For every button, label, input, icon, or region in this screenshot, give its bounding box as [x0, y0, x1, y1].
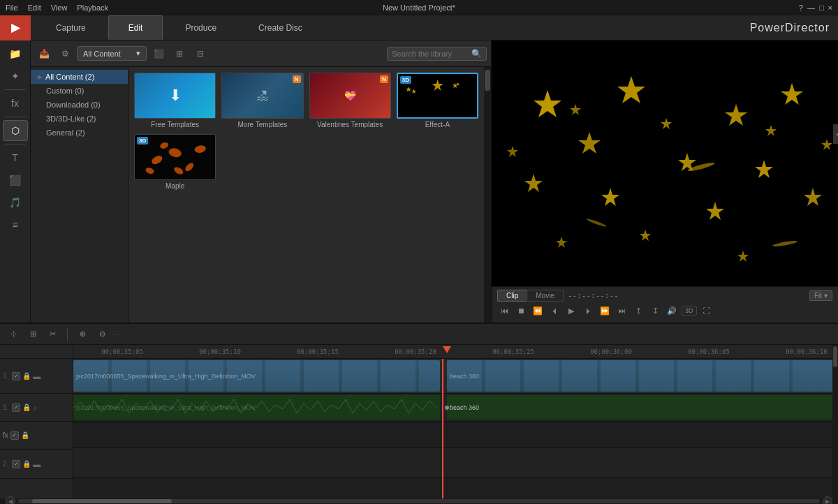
tree-item-3d[interactable]: 3D/3D-Like (2) [31, 112, 128, 126]
fit-dropdown[interactable]: Fit ▾ [809, 290, 832, 301]
preview-controls: Clip Movie --:--:--:-- Fit ▾ ⏮ ⏹ ⏪ ⏴ ▶ ⏵… [492, 286, 838, 323]
svg-rect-49 [485, 360, 520, 392]
menu-playback[interactable]: Playback [77, 3, 108, 12]
sidebar-icon-titles[interactable]: T [3, 147, 28, 168]
maximize-button[interactable]: □ [819, 3, 824, 12]
menu-view[interactable]: View [51, 3, 68, 12]
3d-mode-badge[interactable]: 3D [682, 306, 697, 316]
tab-movie[interactable]: Movie [527, 290, 564, 302]
tree-item-all-content[interactable]: ▶ All Content (2) [31, 70, 128, 84]
mark-out-button[interactable]: ↧ [648, 304, 662, 317]
stop-button[interactable]: ⏹ [514, 304, 528, 317]
ruler-time-2: 00;00;35;15 [297, 348, 339, 355]
svg-rect-52 [601, 360, 635, 392]
menu-edit[interactable]: Edit [28, 3, 41, 12]
video-clip-1[interactable]: jsc2017m000655_Spacewalking_in_Ultra_Hig… [73, 360, 440, 392]
project-title: New Untitled Project* [383, 3, 455, 12]
thumb-free-templates[interactable]: ⬇ Free Templates [134, 73, 216, 128]
tl-zoom-in-button[interactable]: ⊕ [75, 327, 90, 342]
panel-tool-btn-3[interactable]: ⊟ [191, 45, 210, 63]
thumb-more-templates[interactable]: N More Templates [221, 73, 303, 128]
ruler-time-5: 00;00;36;00 [590, 348, 632, 355]
sidebar-icon-transitions[interactable]: ⬛ [3, 170, 28, 191]
sort-button[interactable]: ⚙ [56, 45, 74, 63]
play-button[interactable]: ▶ [564, 304, 578, 317]
preview-pane: Clip Movie --:--:--:-- Fit ▾ ⏮ ⏹ ⏪ ⏴ ▶ ⏵… [492, 40, 838, 323]
tree-item-general[interactable]: General (2) [31, 126, 128, 140]
title-bar: File Edit View Playback New Untitled Pro… [0, 0, 838, 15]
sidebar-icon-particles[interactable]: ⬡ [3, 120, 28, 141]
tab-create-disc[interactable]: Create Disc [239, 15, 322, 40]
fast-forward-button[interactable]: ⏩ [598, 304, 612, 317]
thumb-maple[interactable]: 3D Maple [134, 134, 216, 190]
clip-join-marker [445, 394, 449, 421]
audio-track-1: jsc2017m000655_Spacewalking_in_Ultra_Hig… [73, 394, 832, 422]
menu-file[interactable]: File [6, 3, 18, 12]
track-check-1[interactable]: ✓ [12, 372, 20, 380]
play-last-button[interactable]: ⏭ [615, 304, 628, 317]
tl-ripple-button[interactable]: ⊞ [25, 327, 41, 342]
right-scroll-thumb[interactable] [833, 346, 837, 367]
track-check-fx[interactable]: ✓ [10, 431, 19, 440]
search-input[interactable] [392, 50, 469, 58]
preview-visual [492, 40, 838, 286]
sidebar-icon-subtitles[interactable]: ≡ [3, 214, 28, 235]
track-lock-1[interactable]: 🔒 [22, 372, 31, 380]
close-button[interactable]: × [828, 3, 832, 12]
help-button[interactable]: ? [799, 3, 803, 12]
play-first-button[interactable]: ⏮ [497, 304, 511, 317]
sidebar-divider-2 [5, 117, 26, 117]
track-lock-fx[interactable]: 🔒 [21, 431, 29, 439]
ruler-time-1: 00;00;35;10 [199, 348, 241, 355]
tl-zoom-out-button[interactable]: ⊖ [94, 327, 110, 342]
panel-tool-btn-1[interactable]: ⬛ [149, 45, 168, 63]
tab-capture[interactable]: Capture [36, 15, 105, 40]
bottom-scrollbar[interactable]: ◀ ▶ [0, 498, 838, 504]
tab-produce[interactable]: Produce [166, 15, 236, 40]
right-scrollbar[interactable] [832, 345, 838, 498]
track-lock-1a[interactable]: 🔒 [22, 403, 31, 411]
clip-movie-tabs: Clip Movie [497, 290, 564, 302]
track-check-2[interactable]: ✓ [12, 460, 20, 468]
thumb-valentines[interactable]: 💝 N Valentines Templates [309, 73, 391, 128]
rewind-button[interactable]: ⏪ [531, 304, 545, 317]
content-filter-dropdown[interactable]: All Content ▾ [77, 46, 147, 61]
tree-item-downloaded[interactable]: Downloaded (0) [31, 98, 128, 112]
thumbnails-scrollbar[interactable] [484, 67, 491, 323]
track-lock-2[interactable]: 🔒 [22, 460, 31, 468]
scroll-bar-thumb[interactable] [32, 499, 172, 503]
track-num-1: 1. [3, 372, 8, 380]
menu-bar: File Edit View Playback [6, 3, 108, 12]
video-track-1: jsc2017m000655_Spacewalking_in_Ultra_Hig… [73, 359, 832, 394]
app-title: PowerDirector [750, 22, 830, 34]
panel-tool-btn-2[interactable]: ⊞ [170, 45, 189, 63]
sidebar-icon-fx[interactable]: fx [3, 93, 28, 114]
audio-clip-2[interactable]: beach 360 [447, 395, 832, 420]
timeline-track-headers: 1. ✓ 🔒 ▬ 1. ✓ 🔒 ♪ fx ✓ 🔒 2. ✓ [0, 345, 73, 498]
search-icon[interactable]: 🔍 [471, 49, 482, 59]
tree-item-custom[interactable]: Custom (0) [31, 84, 128, 98]
tl-trim-button[interactable]: ✂ [45, 327, 60, 342]
video-clip-2[interactable]: beach 360 [447, 360, 832, 392]
minimize-button[interactable]: — [807, 3, 815, 12]
scroll-thumb[interactable] [485, 70, 490, 91]
track-num-1a: 1. [3, 403, 8, 411]
thumb-effect-a[interactable]: 3D Effect-A [397, 73, 478, 128]
step-back-button[interactable]: ⏴ [547, 304, 561, 317]
volume-button[interactable]: 🔊 [665, 304, 679, 317]
track-check-1a[interactable]: ✓ [12, 403, 20, 412]
tl-snap-button[interactable]: ⊹ [6, 327, 21, 342]
scroll-left-button[interactable]: ◀ [6, 496, 15, 504]
import-button[interactable]: 📥 [35, 45, 53, 63]
track-audio-icon: ♪ [33, 403, 37, 412]
tab-clip[interactable]: Clip [497, 290, 527, 302]
sidebar-icon-import[interactable]: 📁 [3, 43, 28, 64]
audio-clip-1[interactable]: jsc2017m000655_Spacewalking_in_Ultra_Hig… [73, 395, 440, 420]
tab-edit[interactable]: Edit [108, 15, 163, 40]
mark-in-button[interactable]: ↥ [631, 304, 645, 317]
fullscreen-button[interactable]: ⛶ [700, 304, 714, 317]
step-forward-button[interactable]: ⏵ [581, 304, 595, 317]
sidebar-icon-effects[interactable]: ✦ [3, 66, 28, 87]
track-num-2: 2. [3, 460, 8, 468]
sidebar-icon-audio[interactable]: 🎵 [3, 192, 28, 213]
